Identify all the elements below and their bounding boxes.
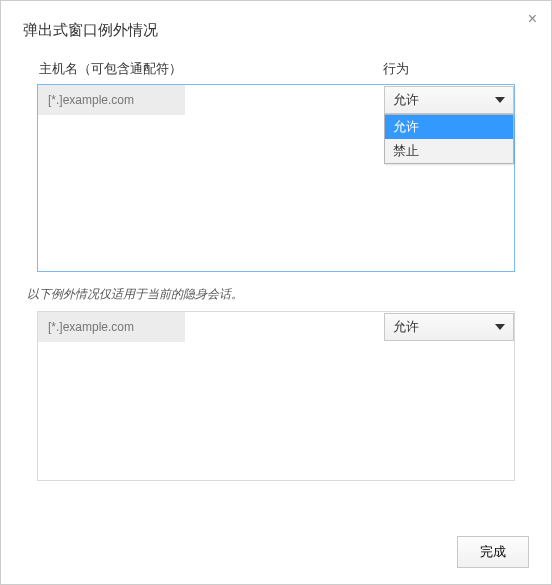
dialog-footer: 完成	[457, 536, 529, 568]
column-headers: 主机名（可包含通配符） 行为	[23, 60, 529, 84]
behavior-option-allow[interactable]: 允许	[385, 115, 513, 139]
chevron-down-icon	[495, 97, 505, 103]
hostname-input[interactable]: [*.]example.com	[38, 312, 185, 342]
close-icon[interactable]: ×	[528, 11, 537, 27]
behavior-select[interactable]: 允许	[384, 313, 514, 341]
behavior-select-value: 允许	[393, 318, 419, 336]
popup-exceptions-dialog: × 弹出式窗口例外情况 主机名（可包含通配符） 行为 [*.]example.c…	[0, 0, 552, 585]
behavior-select[interactable]: 允许 允许 禁止	[384, 86, 514, 114]
list-item: [*.]example.com 允许 允许 禁止	[38, 85, 514, 115]
chevron-down-icon	[495, 324, 505, 330]
hostname-input[interactable]: [*.]example.com	[38, 85, 185, 115]
incognito-exceptions-list[interactable]: [*.]example.com 允许	[37, 311, 515, 481]
header-hostname: 主机名（可包含通配符）	[39, 60, 383, 78]
main-exceptions-list[interactable]: [*.]example.com 允许 允许 禁止	[37, 84, 515, 272]
behavior-option-block[interactable]: 禁止	[385, 139, 513, 163]
done-button[interactable]: 完成	[457, 536, 529, 568]
behavior-select-value: 允许	[393, 91, 419, 109]
dialog-title: 弹出式窗口例外情况	[23, 21, 529, 40]
behavior-dropdown-menu: 允许 禁止	[384, 114, 514, 164]
list-item: [*.]example.com 允许	[38, 312, 514, 342]
incognito-note: 以下例外情况仅适用于当前的隐身会话。	[27, 286, 525, 303]
header-behavior: 行为	[383, 60, 513, 78]
